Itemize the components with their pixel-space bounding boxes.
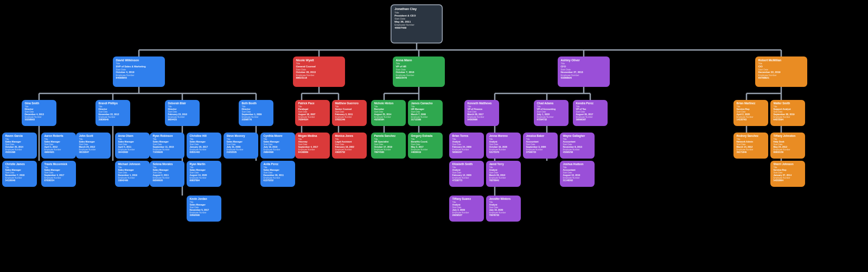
org-node-l1-3[interactable]: Ashley OliverTitleCFOStart DateNovember … [558,56,610,87]
org-node-kenneth-4[interactable]: Tiffany SuarezTitleAnalystStart DateJuly… [449,196,484,222]
node-emp: 94503686 [467,119,496,121]
label-emp: Employee Number [118,149,147,151]
org-node-oliver-2[interactable]: Kendra PerezTitleVP of TaxStart DateAugu… [573,100,608,126]
org-node-mcmillan-4[interactable]: Sherri JohnsonTitleService RepStart Date… [770,161,805,187]
org-node-wyatt-1[interactable]: Matthew GuerreroTitleSenior CounselStart… [332,100,367,126]
node-start: August 18, 2007 [298,113,327,116]
node-name: Brian Martinez [736,102,765,105]
node-name: Steve Mooney [227,135,255,138]
node-start: August 2, 2011 [153,174,181,176]
org-node-l1-1[interactable]: Nicole WyattTitleGeneral CounselStart Da… [293,56,345,87]
node-emp: 53389926 [561,76,607,79]
org-node-l1-0[interactable]: David WilkinsonTitleSVP of Sales & Marke… [113,56,165,87]
org-node-wilkinson-dir-2[interactable]: Deborah BlairTitleDirectorStart DateFebr… [165,100,200,126]
label-emp: Employee Number [298,116,327,119]
org-node-root[interactable]: Jonathan Clay Title President & CEO Star… [391,4,443,43]
org-node-deborah-4[interactable]: Kevin JordanTitleSales ManagerStart Date… [187,196,221,222]
node-name: Sherri Johnson [773,163,802,166]
org-node-mann-0[interactable]: Nichole HintonTitleRecruiterStart DateAu… [371,100,406,126]
node-title: Analyst [452,169,481,171]
label-title: Title [489,202,518,204]
org-node-kenneth-3[interactable]: Jared TerryTitleAnalystStart DateMarch 2… [486,161,521,187]
org-node-wilkinson-dir-0[interactable]: Gina SmithTitleDirectorStart DateDecembe… [22,100,56,126]
label-emp: Employee Number [44,177,73,179]
org-node-brandi-1[interactable]: Anna OlsenTitleSales ManagerStart DateAp… [115,133,150,159]
org-node-mann-2[interactable]: Pamela SanchezTitleHR SpecialistStart Da… [371,133,406,159]
label-emp: Employee Number [736,149,765,151]
org-node-wyatt-2[interactable]: Megan MedinaTitleAttorneyStart DateSepte… [295,133,330,159]
node-name: Patrick Pace [298,102,327,105]
org-node-kenneth-5[interactable]: Jennifer WintersTitleAnalystStart DateJu… [486,196,521,222]
org-node-beth-2[interactable]: Anita PerezTitleSales ManagerStart DateD… [260,161,295,187]
org-node-oliver-0[interactable]: Kenneth MatthewsTitleVP of FinanceStart … [464,100,499,126]
org-node-mcmillan-1[interactable]: Walter SmithTitleSupport AnalystStart Da… [770,100,805,126]
node-name: Tiffany Johnston [773,135,802,138]
org-node-gina-1[interactable]: Aaron RobertsTitleSales ManagerStart Dat… [41,133,76,159]
node-emp: 31148262 [563,179,592,182]
org-node-chad-0[interactable]: Jessica BakerTitleAccountantStart DateSe… [523,133,558,159]
org-node-l1-4[interactable]: Robert McMillanTitleCIOStart DateDecembe… [755,56,807,87]
label-start: Start Date [374,111,403,113]
org-node-gina-3[interactable]: Travis MccormickTitleSales ManagerStart … [41,161,76,187]
label-title: Title [489,139,518,141]
org-node-mcmillan-0[interactable]: Brian MartinezTitleService RepStart Date… [733,100,768,126]
label-emp: Employee Number [758,74,804,76]
label-title: Title [296,63,342,65]
org-node-wilkinson-dir-3[interactable]: Beth BoothTitleDirectorStart DateSeptemb… [239,100,273,126]
org-node-brandi-0[interactable]: John ScottTitleSales ManagerStart DateMa… [76,133,111,159]
org-node-mann-3[interactable]: Gregory EstradaTitleBenefits Coord.Start… [408,133,443,159]
org-node-wilkinson-dir-1[interactable]: Brandi PhillipsTitleDirectorStart DateNo… [95,100,130,126]
org-node-brandi-2[interactable]: Michael JohnsonTitleSales ManagerStart D… [115,161,150,187]
label-emp: Employee Number [153,177,181,179]
org-node-kenneth-2[interactable]: Elizabeth SmithTitleAnalystStart DateFeb… [449,161,484,187]
org-node-mcmillan-2[interactable]: Rodney SanchezTitleNetwork AdminStart Da… [733,133,768,159]
label-start: Start Date [773,172,802,174]
node-title: Sales Manager [79,141,108,143]
org-node-kenneth-0[interactable]: Brian TorresTitleAnalystStart DateFebrua… [449,133,484,159]
org-node-chad-2[interactable]: Joshua HudsonTitleAccountantStart DateAu… [560,161,595,187]
org-node-deborah-3[interactable]: Ryan MartinTitleSales ManagerStart DateA… [187,161,221,187]
label-title: Title [736,139,765,141]
label-title: Title [263,167,292,169]
org-node-beth-1[interactable]: Cynthia MooreTitleSales ManagerStart Dat… [260,133,295,159]
label-start: Start Date [411,111,440,113]
node-name: Kendra Perez [576,102,605,105]
org-node-mcmillan-3[interactable]: Tiffany JohnstonTitleHelp DeskStart Date… [770,133,805,159]
node-name: Jenna Moreno [489,135,518,138]
node-start: September 3, 2006 [526,146,555,148]
org-node-wyatt-0[interactable]: Patrick PaceTitleParalegalStart DateAugu… [295,100,330,126]
node-title: Sales Manager [5,169,34,171]
org-node-gina-0[interactable]: Raven GarciaTitleSales ManagerStart Date… [2,133,37,159]
label-emp: Employee Number [296,74,342,76]
node-emp: 39171849 [736,151,765,153]
label-title: Title [99,106,127,108]
label-emp: Employee Number [118,177,147,179]
node-name: Beth Booth [242,102,270,105]
node-title: Sales Manager [153,169,181,171]
org-node-oliver-1[interactable]: Chad AdamsTitleVP of AccountingStart Dat… [534,100,569,126]
label-title: Title [489,167,518,169]
node-name: Brandi Phillips [99,102,127,105]
node-emp: 45507409 [395,27,439,29]
node-name: Ryan Robinson [153,135,181,138]
label-start: Start Date [395,18,439,20]
node-start: December 1, 2019 [118,174,147,176]
node-name: Michael Johnson [118,163,147,166]
org-node-chad-1[interactable]: Wayne GallagherTitleAccountantStart Date… [560,133,595,159]
node-title: Sales Manager [227,141,255,143]
org-node-beth-0[interactable]: Steve MooneyTitleSales ManagerStart Date… [224,133,258,159]
org-node-deborah-2[interactable]: Selena MoralesTitleSales ManagerStart Da… [150,161,184,187]
node-title: Network Admin [736,141,765,143]
org-node-gina-2[interactable]: Christie JamesTitleSales ManagerStart Da… [2,161,37,187]
node-emp: 65788821 [758,76,804,79]
org-node-kenneth-1[interactable]: Jenna MorenoTitleAnalystStart DateOctobe… [486,133,521,159]
org-node-deborah-1[interactable]: Christine HillTitleSales ManagerStart Da… [187,133,221,159]
org-node-mann-1[interactable]: James CamachoTitleHR ManagerStart DateMa… [408,100,443,126]
node-name: Ryan Martin [190,163,218,166]
org-node-deborah-0[interactable]: Ryan RobinsonTitleSales ManagerStart Dat… [150,133,184,159]
label-title: Title [190,167,218,169]
org-node-l1-2[interactable]: Anna MannTitleVP of HRStart DateOctober … [393,56,445,87]
node-start: October 19, 2020 [489,146,518,148]
org-node-wyatt-3[interactable]: Monica JonesTitleLegal AssistantStart Da… [332,133,367,159]
node-title: Sales Manager [190,204,218,206]
